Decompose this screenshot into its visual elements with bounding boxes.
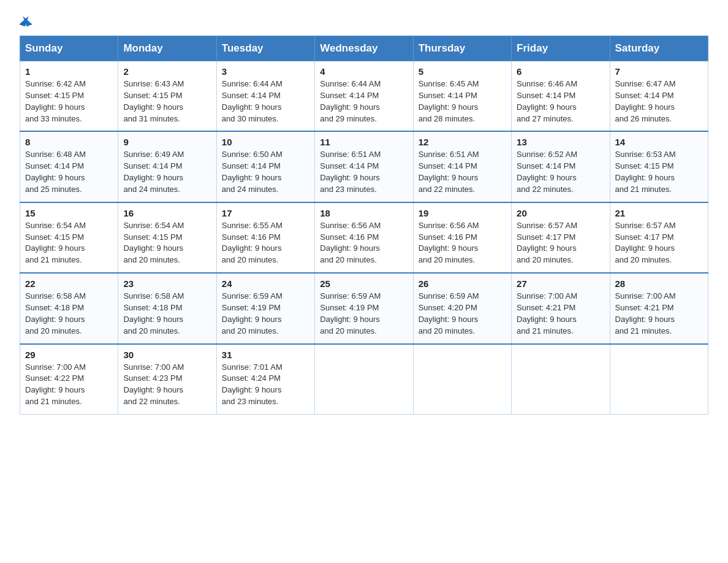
calendar-cell: 22 Sunrise: 6:58 AMSunset: 4:18 PMDaylig… [20,273,118,343]
calendar-cell: 31 Sunrise: 7:01 AMSunset: 4:24 PMDaylig… [216,344,314,415]
day-info: Sunrise: 6:50 AMSunset: 4:14 PMDaylight:… [222,150,282,194]
day-number: 29 [25,350,113,360]
day-number: 12 [419,137,506,147]
day-number: 10 [222,137,309,147]
day-number: 6 [517,66,604,77]
calendar-week-row: 29 Sunrise: 7:00 AMSunset: 4:22 PMDaylig… [20,344,708,415]
column-header-tuesday: Tuesday [216,36,314,61]
calendar-cell: 25 Sunrise: 6:59 AMSunset: 4:19 PMDaylig… [315,273,413,343]
day-info: Sunrise: 6:59 AMSunset: 4:20 PMDaylight:… [419,291,479,335]
calendar-cell [512,344,610,415]
day-info: Sunrise: 6:44 AMSunset: 4:14 PMDaylight:… [320,79,381,123]
day-info: Sunrise: 6:44 AMSunset: 4:14 PMDaylight:… [222,79,282,123]
day-info: Sunrise: 7:00 AMSunset: 4:21 PMDaylight:… [517,291,577,335]
day-info: Sunrise: 6:51 AMSunset: 4:14 PMDaylight:… [320,150,381,194]
day-number: 25 [320,278,408,289]
calendar-cell: 17 Sunrise: 6:55 AMSunset: 4:16 PMDaylig… [216,202,314,273]
column-header-friday: Friday [512,36,610,61]
day-info: Sunrise: 6:59 AMSunset: 4:19 PMDaylight:… [320,291,381,335]
day-info: Sunrise: 6:46 AMSunset: 4:14 PMDaylight:… [517,79,577,123]
calendar-cell: 24 Sunrise: 6:59 AMSunset: 4:19 PMDaylig… [216,273,314,343]
calendar-cell: 16 Sunrise: 6:54 AMSunset: 4:15 PMDaylig… [118,202,216,273]
day-number: 5 [419,66,506,77]
calendar-cell: 29 Sunrise: 7:00 AMSunset: 4:22 PMDaylig… [20,344,118,415]
day-number: 9 [123,137,211,147]
calendar-cell: 13 Sunrise: 6:52 AMSunset: 4:14 PMDaylig… [512,131,610,202]
day-info: Sunrise: 6:42 AMSunset: 4:15 PMDaylight:… [25,79,86,123]
day-info: Sunrise: 6:58 AMSunset: 4:18 PMDaylight:… [25,291,86,335]
calendar-cell: 14 Sunrise: 6:53 AMSunset: 4:15 PMDaylig… [610,131,708,202]
calendar-cell: 1 Sunrise: 6:42 AMSunset: 4:15 PMDayligh… [20,61,118,132]
calendar-week-row: 1 Sunrise: 6:42 AMSunset: 4:15 PMDayligh… [20,61,708,132]
calendar-cell [413,344,511,415]
day-number: 26 [419,278,506,289]
calendar-cell: 28 Sunrise: 7:00 AMSunset: 4:21 PMDaylig… [610,273,708,343]
calendar-cell: 5 Sunrise: 6:45 AMSunset: 4:14 PMDayligh… [413,61,511,132]
day-number: 7 [615,66,703,77]
day-number: 14 [615,137,703,147]
day-info: Sunrise: 6:43 AMSunset: 4:15 PMDaylight:… [123,79,184,123]
day-info: Sunrise: 6:48 AMSunset: 4:14 PMDaylight:… [25,150,86,194]
column-header-monday: Monday [118,36,216,61]
calendar-cell: 21 Sunrise: 6:57 AMSunset: 4:17 PMDaylig… [610,202,708,273]
day-number: 17 [222,208,309,218]
day-number: 8 [25,137,113,147]
day-number: 1 [25,66,113,77]
calendar-cell: 6 Sunrise: 6:46 AMSunset: 4:14 PMDayligh… [512,61,610,132]
day-info: Sunrise: 6:54 AMSunset: 4:15 PMDaylight:… [123,221,184,265]
calendar-cell: 4 Sunrise: 6:44 AMSunset: 4:14 PMDayligh… [315,61,413,132]
calendar-cell: 2 Sunrise: 6:43 AMSunset: 4:15 PMDayligh… [118,61,216,132]
calendar-cell: 27 Sunrise: 7:00 AMSunset: 4:21 PMDaylig… [512,273,610,343]
day-number: 13 [517,137,604,147]
day-number: 19 [419,208,506,218]
calendar-cell: 11 Sunrise: 6:51 AMSunset: 4:14 PMDaylig… [315,131,413,202]
calendar-cell: 23 Sunrise: 6:58 AMSunset: 4:18 PMDaylig… [118,273,216,343]
day-number: 23 [123,278,211,289]
calendar-cell: 26 Sunrise: 6:59 AMSunset: 4:20 PMDaylig… [413,273,511,343]
day-info: Sunrise: 6:53 AMSunset: 4:15 PMDaylight:… [615,150,676,194]
day-info: Sunrise: 6:55 AMSunset: 4:16 PMDaylight:… [222,221,282,265]
day-info: Sunrise: 7:01 AMSunset: 4:24 PMDaylight:… [222,362,282,407]
day-number: 24 [222,278,309,289]
calendar-cell: 9 Sunrise: 6:49 AMSunset: 4:14 PMDayligh… [118,131,216,202]
day-info: Sunrise: 6:56 AMSunset: 4:16 PMDaylight:… [320,221,381,265]
calendar-cell: 20 Sunrise: 6:57 AMSunset: 4:17 PMDaylig… [512,202,610,273]
day-number: 15 [25,208,113,218]
day-info: Sunrise: 6:57 AMSunset: 4:17 PMDaylight:… [517,221,577,265]
calendar-cell [610,344,708,415]
column-header-sunday: Sunday [20,36,118,61]
logo [20,15,31,23]
day-number: 31 [222,350,309,360]
calendar-table: SundayMondayTuesdayWednesdayThursdayFrid… [20,36,708,415]
day-number: 30 [123,350,211,360]
day-number: 4 [320,66,408,77]
column-header-wednesday: Wednesday [315,36,413,61]
calendar-cell: 19 Sunrise: 6:56 AMSunset: 4:16 PMDaylig… [413,202,511,273]
calendar-cell: 8 Sunrise: 6:48 AMSunset: 4:14 PMDayligh… [20,131,118,202]
calendar-cell: 7 Sunrise: 6:47 AMSunset: 4:14 PMDayligh… [610,61,708,132]
calendar-header-row: SundayMondayTuesdayWednesdayThursdayFrid… [20,36,708,61]
column-header-thursday: Thursday [413,36,511,61]
calendar-cell: 30 Sunrise: 7:00 AMSunset: 4:23 PMDaylig… [118,344,216,415]
calendar-week-row: 15 Sunrise: 6:54 AMSunset: 4:15 PMDaylig… [20,202,708,273]
calendar-cell: 15 Sunrise: 6:54 AMSunset: 4:15 PMDaylig… [20,202,118,273]
calendar-cell: 10 Sunrise: 6:50 AMSunset: 4:14 PMDaylig… [216,131,314,202]
day-info: Sunrise: 6:45 AMSunset: 4:14 PMDaylight:… [419,79,479,123]
day-info: Sunrise: 6:47 AMSunset: 4:14 PMDaylight:… [615,79,676,123]
day-number: 27 [517,278,604,289]
column-header-saturday: Saturday [610,36,708,61]
day-info: Sunrise: 6:59 AMSunset: 4:19 PMDaylight:… [222,291,282,335]
day-info: Sunrise: 6:52 AMSunset: 4:14 PMDaylight:… [517,150,577,194]
day-info: Sunrise: 6:56 AMSunset: 4:16 PMDaylight:… [419,221,479,265]
calendar-cell [315,344,413,415]
calendar-week-row: 8 Sunrise: 6:48 AMSunset: 4:14 PMDayligh… [20,131,708,202]
day-number: 11 [320,137,408,147]
day-number: 2 [123,66,211,77]
day-number: 3 [222,66,309,77]
day-number: 18 [320,208,408,218]
page-header [20,15,708,23]
day-info: Sunrise: 6:57 AMSunset: 4:17 PMDaylight:… [615,221,676,265]
day-number: 21 [615,208,703,218]
day-info: Sunrise: 7:00 AMSunset: 4:21 PMDaylight:… [615,291,676,335]
calendar-week-row: 22 Sunrise: 6:58 AMSunset: 4:18 PMDaylig… [20,273,708,343]
